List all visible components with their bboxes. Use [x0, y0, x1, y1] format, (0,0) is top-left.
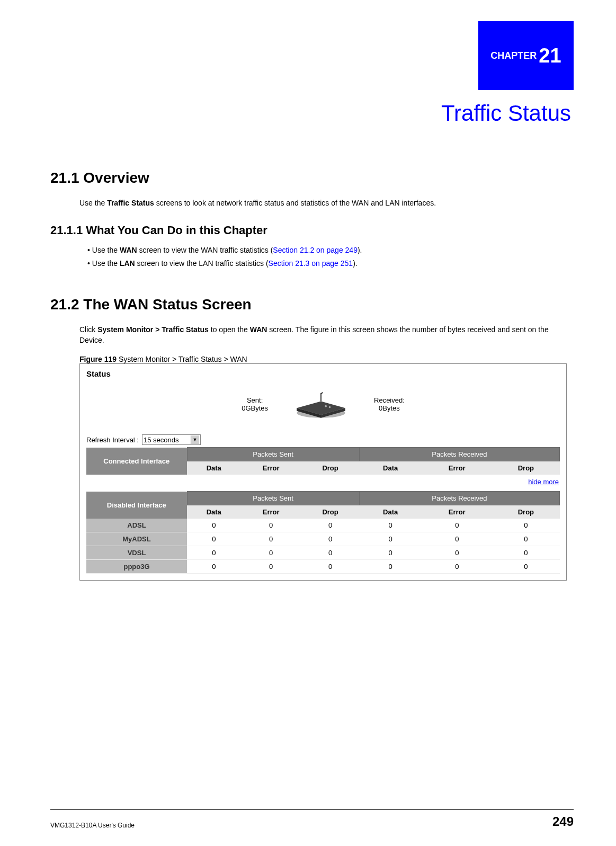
figure-screenshot: Status Sent: 0GBytes Received: 0 — [79, 363, 567, 581]
col-data: Data — [187, 505, 240, 519]
cell-value: 0 — [301, 546, 359, 560]
list-item: • Use the WAN screen to view the WAN tra… — [87, 245, 571, 256]
bullet-mid: screen to view the LAN traffic statistic… — [135, 259, 269, 268]
figure-caption: Figure 119 System Monitor > Traffic Stat… — [79, 355, 571, 363]
cell-value: 0 — [240, 546, 301, 560]
chapter-number: 21 — [539, 44, 561, 67]
table-row: ADSL 0 0 0 0 0 0 — [86, 519, 560, 532]
sent-summary: Sent: 0GBytes — [242, 396, 268, 412]
cell-value: 0 — [301, 532, 359, 546]
figure-caption-text: System Monitor > Traffic Status > WAN — [117, 355, 247, 363]
col-error: Error — [240, 505, 301, 519]
cell-value: 0 — [492, 532, 559, 546]
bullet-bold: WAN — [120, 246, 137, 254]
packets-sent-header: Packets Sent — [187, 492, 359, 505]
cell-value: 0 — [187, 532, 240, 546]
disabled-interface-header: Disabled Interface — [86, 492, 187, 519]
bullet-pre: • Use the — [87, 259, 120, 268]
bullet-bold: LAN — [120, 259, 135, 268]
router-icon — [289, 386, 353, 423]
figure-label: Figure 119 — [79, 355, 117, 363]
cell-value: 0 — [359, 519, 422, 532]
packets-received-header: Packets Received — [359, 492, 559, 505]
section-overview-heading: 21.1 Overview — [50, 170, 571, 186]
sent-value: 0GBytes — [242, 404, 268, 412]
cell-value: 0 — [492, 546, 559, 560]
col-error: Error — [240, 461, 301, 475]
cell-value: 0 — [422, 546, 492, 560]
cell-value: 0 — [359, 546, 422, 560]
refresh-interval-select[interactable]: 15 seconds ▼ — [142, 434, 201, 445]
connected-interface-table: Connected Interface Packets Sent Packets… — [86, 447, 560, 475]
table-row: VDSL 0 0 0 0 0 0 — [86, 546, 560, 560]
bullet-list: • Use the WAN screen to view the WAN tra… — [87, 245, 571, 270]
received-label: Received: — [374, 396, 405, 404]
wan-bold: System Monitor > Traffic Status — [97, 325, 209, 334]
connected-interface-header: Connected Interface — [86, 448, 187, 475]
section-wan-status-heading: 21.2 The WAN Status Screen — [50, 296, 571, 313]
chapter-title: Traffic Status — [441, 101, 571, 126]
cell-value: 0 — [422, 519, 492, 532]
overview-paragraph: Use the Traffic Status screens to look a… — [79, 198, 571, 209]
cell-value: 0 — [359, 560, 422, 574]
cell-value: 0 — [240, 519, 301, 532]
col-drop: Drop — [492, 505, 559, 519]
bullet-mid: screen to view the WAN traffic statistic… — [137, 246, 273, 254]
refresh-row: Refresh Interval : 15 seconds ▼ — [86, 434, 560, 445]
received-summary: Received: 0Bytes — [374, 396, 405, 412]
cell-value: 0 — [422, 560, 492, 574]
cross-reference-link[interactable]: Section 21.2 on page 249 — [273, 246, 358, 254]
section-what-you-can-do-heading: 21.1.1 What You Can Do in this Chapter — [50, 224, 571, 237]
received-value: 0Bytes — [374, 404, 405, 412]
col-data: Data — [187, 461, 240, 475]
bullet-post: ). — [358, 246, 362, 254]
wan-bold2: WAN — [250, 325, 267, 334]
cell-value: 0 — [359, 532, 422, 546]
hide-more-link[interactable]: hide more — [86, 478, 559, 486]
cell-value: 0 — [301, 519, 359, 532]
overview-post: screens to look at network traffic statu… — [154, 199, 436, 207]
packets-sent-header: Packets Sent — [187, 448, 359, 461]
cell-value: 0 — [187, 519, 240, 532]
disabled-interface-table: Disabled Interface Packets Sent Packets … — [86, 491, 560, 574]
overview-bold: Traffic Status — [107, 199, 154, 207]
screenshot-title: Status — [86, 369, 560, 378]
svg-point-2 — [329, 406, 331, 408]
col-error: Error — [422, 505, 492, 519]
page-footer: VMG1312-B10A User's Guide 249 — [50, 809, 574, 829]
interface-name: VDSL — [86, 546, 187, 560]
wan-status-paragraph: Click System Monitor > Traffic Status to… — [79, 325, 571, 345]
col-data: Data — [359, 505, 422, 519]
wan-mid: to open the — [209, 325, 250, 334]
col-drop: Drop — [492, 461, 559, 475]
cell-value: 0 — [240, 532, 301, 546]
cell-value: 0 — [492, 560, 559, 574]
col-data: Data — [359, 461, 422, 475]
interface-name: pppo3G — [86, 560, 187, 574]
col-error: Error — [422, 461, 492, 475]
refresh-label: Refresh Interval : — [86, 436, 139, 444]
interface-name: ADSL — [86, 519, 187, 532]
chapter-number-prefix: CHAPTER — [490, 50, 537, 61]
interface-name: MyADSL — [86, 532, 187, 546]
overview-pre: Use the — [79, 199, 107, 207]
cell-value: 0 — [301, 560, 359, 574]
svg-point-1 — [325, 405, 327, 407]
cell-value: 0 — [187, 546, 240, 560]
summary-row: Sent: 0GBytes Received: 0Bytes — [86, 386, 560, 423]
table-row: MyADSL 0 0 0 0 0 0 — [86, 532, 560, 546]
footer-guide-name: VMG1312-B10A User's Guide — [50, 822, 135, 829]
wan-pre: Click — [79, 325, 97, 334]
cell-value: 0 — [240, 560, 301, 574]
bullet-pre: • Use the — [87, 246, 120, 254]
cell-value: 0 — [187, 560, 240, 574]
packets-received-header: Packets Received — [359, 448, 559, 461]
bullet-post: ). — [353, 259, 358, 268]
list-item: • Use the LAN screen to view the LAN tra… — [87, 258, 571, 270]
chapter-badge: CHAPTER 21 — [478, 21, 574, 90]
chevron-down-icon: ▼ — [191, 435, 199, 444]
col-drop: Drop — [301, 505, 359, 519]
cross-reference-link[interactable]: Section 21.3 on page 251 — [269, 259, 353, 268]
page-number: 249 — [552, 814, 574, 829]
refresh-value: 15 seconds — [144, 436, 179, 444]
